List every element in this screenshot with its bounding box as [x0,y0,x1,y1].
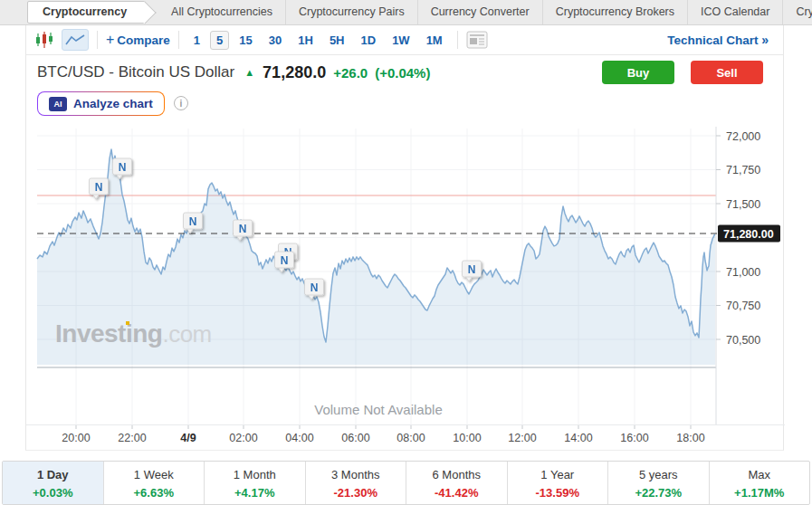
buy-button[interactable]: Buy [602,61,674,84]
sell-button[interactable]: Sell [691,61,763,84]
investing-watermark: Investing.com [55,319,212,348]
chart-toolbar: + Compare 1515301H5H1D1W1M Technical Cha… [26,25,783,55]
period-change-value: +1.17M% [710,486,810,500]
ai-toolbar: AI Analyze chart i [26,90,783,119]
period-1-month[interactable]: 1 Month+4.17% [205,462,306,504]
news-marker[interactable]: N [463,261,482,281]
toolbar-divider [178,31,179,49]
period-change-value: +6.63% [104,486,205,500]
line-chart-icon[interactable] [62,29,89,51]
period-label: 1 Year [508,468,608,481]
period-label: 6 Months [406,468,507,481]
price-up-arrow-icon: ▲ [244,67,254,78]
svg-text:N: N [95,181,103,194]
price-change: +26.0 [333,65,368,81]
period-max[interactable]: Max+1.17M% [710,462,810,504]
x-axis-label: 08:00 [396,432,425,444]
svg-text:N: N [281,254,289,267]
last-price: 71,280.0 [263,63,326,82]
toolbar-divider [97,31,98,49]
x-axis-label: 10:00 [453,432,481,444]
period-3-months[interactable]: 3 Months-21.30% [306,462,407,504]
svg-text:N: N [310,281,319,294]
period-label: Max [710,468,810,481]
technical-chart-link[interactable]: Technical Chart » [667,33,769,47]
period-1-day[interactable]: 1 Day+0.03% [3,462,104,504]
period-change-value: -21.30% [306,486,406,500]
x-axis-label: 14:00 [564,432,592,444]
quote-header: BTC/USD - Bitcoin US Dollar ▲ 71,280.0 +… [26,55,783,90]
tab-cryptocurrency-brokers[interactable]: Cryptocurrency Brokers [543,0,688,24]
period-1-week[interactable]: 1 Week+6.63% [104,462,205,504]
tab-cryptocurrency[interactable]: Cryptocurrency [27,1,146,24]
svg-text:N: N [119,161,127,174]
compare-button[interactable]: + Compare [106,33,170,47]
interval-selector: 1515301H5H1D1W1M [187,31,449,50]
interval-1w[interactable]: 1W [386,31,416,50]
y-axis-label: 71,500 [726,198,760,211]
x-axis-label: 20:00 [62,432,90,444]
interval-30[interactable]: 30 [263,31,288,50]
y-axis-label: 70,750 [726,300,760,312]
svg-text:N: N [468,263,476,276]
news-panel-icon[interactable] [466,31,488,49]
x-axis-label: 18:00 [676,432,704,444]
x-axis-label: 12:00 [508,432,536,444]
interval-1d[interactable]: 1D [355,31,383,50]
y-axis-label: 71,000 [726,266,760,279]
chart-widget: + Compare 1515301H5H1D1W1M Technical Cha… [25,25,784,451]
period-change-value: +0.03% [3,486,103,500]
interval-5h[interactable]: 5H [323,31,351,50]
period-label: 1 Month [205,468,305,481]
interval-15[interactable]: 15 [233,31,258,50]
x-axis-label: 22:00 [118,432,146,444]
price-chart: Investing.com72,00071,75071,50071,00070,… [26,119,783,450]
price-change-percent: (+0.04%) [375,65,430,81]
y-axis-label: 72,000 [726,130,760,143]
candlestick-chart-icon[interactable] [35,31,53,49]
period-change-value: -41.42% [406,486,507,500]
interval-1m[interactable]: 1M [420,31,449,50]
x-axis-label: 06:00 [341,432,369,444]
plus-icon: + [106,33,114,47]
interval-1h[interactable]: 1H [291,31,320,50]
top-tab-bar: CryptocurrencyAll CryptocurrenciesCrypto… [0,0,812,25]
period-6-months[interactable]: 6 Months-41.42% [406,462,508,504]
period-label: 3 Months [306,468,406,481]
toolbar-divider [457,31,458,49]
technical-chart-label: Technical Chart [667,33,758,47]
last-price-tag-label: 71,280.00 [723,228,774,241]
y-axis-label: 70,500 [726,334,760,347]
period-label: 1 Week [104,468,205,481]
period-change-value: -13.59% [508,486,608,500]
period-label: 1 Day [3,468,103,481]
tab-currency-converter[interactable]: Currency Converter [418,0,543,24]
chevron-right-icon: » [761,33,769,47]
period-performance-bar: 1 Day+0.03%1 Week+6.63%1 Month+4.17%3 Mo… [2,461,810,505]
y-axis-label: 71,750 [726,164,760,176]
volume-not-available-note: Volume Not Available [314,402,442,417]
tab-bar-lead-space [0,0,27,24]
svg-text:N: N [239,223,247,235]
tab-cryptocurrency-pairs[interactable]: Cryptocurrency Pairs [286,0,418,24]
compare-label: Compare [117,33,170,47]
x-axis-label: 16:00 [620,432,648,444]
period-change-value: +22.73% [608,486,709,500]
period-1-year[interactable]: 1 Year-13.59% [508,462,609,504]
tab-all-cryptocurrencies[interactable]: All Cryptocurrencies [158,0,286,24]
x-axis-label: 4/9 [180,432,196,444]
period-label: 5 years [608,468,709,481]
watermark-accent-dot [126,321,129,325]
ai-badge-icon: AI [49,97,67,111]
x-axis-label: 04:00 [285,432,313,444]
tab-cryptocurrency[interactable]: Cryptocurrency [783,0,812,24]
period-5-years[interactable]: 5 years+22.73% [608,462,710,504]
analyze-chart-label: Analyze chart [73,97,153,110]
price-chart-svg[interactable]: Investing.com72,00071,75071,50071,00070,… [26,119,785,450]
tab-ico-calendar[interactable]: ICO Calendar [688,0,783,24]
interval-1[interactable]: 1 [187,31,206,50]
period-change-value: +4.17% [205,486,305,500]
info-icon[interactable]: i [174,96,188,110]
interval-5[interactable]: 5 [210,31,229,50]
analyze-chart-button[interactable]: AI Analyze chart [37,91,165,116]
